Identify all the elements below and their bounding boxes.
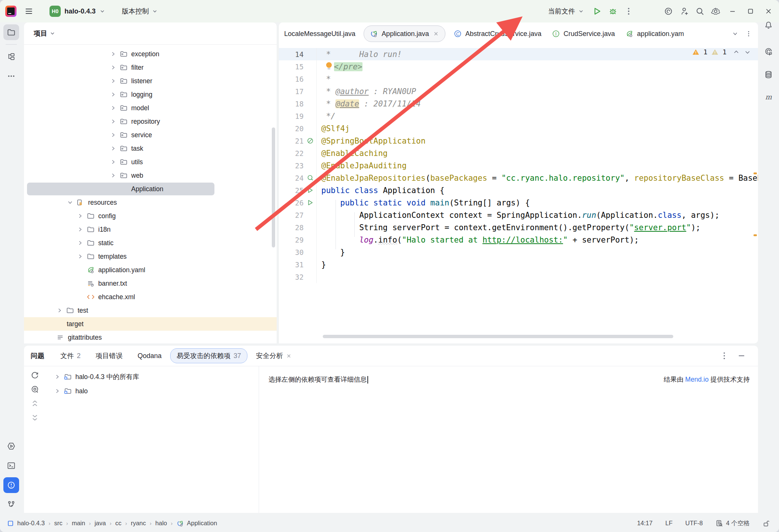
chevron-right-icon[interactable] — [77, 253, 84, 260]
project-tool-button[interactable] — [3, 24, 19, 40]
breadcrumb-halo[interactable]: halo — [155, 520, 167, 527]
encoding[interactable]: UTF-8 — [685, 520, 703, 527]
code-with-me-button[interactable] — [677, 4, 691, 18]
tree-item-utils[interactable]: utils — [24, 155, 277, 169]
code-line-16[interactable]: 16 * — [279, 73, 758, 85]
code-line-29[interactable]: 29 log.info("Halo started at http://loca… — [279, 234, 758, 246]
tree-item-exception[interactable]: exception — [24, 47, 277, 61]
code-line-25[interactable]: 25public class Application { — [279, 184, 758, 196]
collapse-all-icon[interactable] — [30, 413, 39, 422]
more-tools-button[interactable] — [3, 68, 19, 84]
chevron-right-icon[interactable] — [77, 240, 84, 246]
tree-item-task[interactable]: task — [24, 142, 277, 155]
ai-assistant-button[interactable] — [661, 4, 676, 18]
minimize-button[interactable] — [724, 4, 741, 19]
tree-item-repository[interactable]: repository — [24, 115, 277, 128]
git-tool-button[interactable] — [3, 497, 19, 513]
database-tool-button[interactable] — [761, 67, 776, 82]
bottom-tab-project-errors[interactable]: 项目错误 — [89, 348, 129, 363]
tree-item-resources[interactable]: resources — [24, 196, 277, 209]
breadcrumb-cc[interactable]: cc — [115, 520, 121, 527]
chevron-right-icon[interactable] — [110, 118, 117, 125]
run-configuration-select[interactable]: 当前文件 — [548, 7, 584, 16]
search-everywhere-button[interactable] — [693, 4, 707, 18]
chevron-right-icon[interactable] — [110, 105, 117, 111]
tab-options-icon[interactable] — [745, 30, 752, 37]
refresh-icon[interactable] — [30, 370, 39, 379]
caret-position[interactable]: 14:17 — [637, 520, 652, 527]
prev-problem-icon[interactable] — [733, 48, 740, 56]
editor-tab-application-yaml[interactable]: application.yam — [620, 22, 689, 45]
warning-stripe-mark[interactable] — [754, 172, 757, 174]
ai-assistant-tool-button[interactable] — [761, 44, 776, 60]
mend-link[interactable]: Mend.io — [685, 376, 709, 383]
tree-item-web[interactable]: web — [24, 169, 277, 182]
code-line-31[interactable]: 31} — [279, 258, 758, 271]
bottom-tab-vulnerable-dependencies[interactable]: 易受攻击的依赖项37 — [170, 348, 247, 363]
tree-item-listener[interactable]: listener — [24, 74, 277, 88]
line-ending[interactable]: LF — [665, 520, 673, 527]
debug-button[interactable] — [606, 4, 620, 18]
chevron-right-icon[interactable] — [56, 307, 63, 314]
preview-eye-icon[interactable] — [30, 385, 39, 394]
editor-tab-crudservice-java[interactable]: ICrudService.java — [547, 22, 620, 45]
code-line-23[interactable]: 23@EnableJpaAuditing — [279, 159, 758, 172]
run-button[interactable] — [590, 4, 604, 18]
breadcrumb-src[interactable]: src — [54, 520, 62, 527]
tree-item-target[interactable]: target — [24, 317, 277, 331]
inspections-widget[interactable]: 1 1 — [692, 48, 751, 56]
breadcrumb-ryanc[interactable]: ryanc — [131, 520, 146, 527]
indent-setting[interactable]: 4 个空格 — [716, 519, 750, 528]
tree-item-filter[interactable]: filter — [24, 61, 277, 74]
code-line-30[interactable]: 30 } — [279, 246, 758, 258]
chevron-right-icon[interactable] — [54, 373, 61, 380]
hide-panel-icon[interactable] — [737, 351, 746, 360]
chevron-right-icon[interactable] — [110, 91, 117, 98]
tree-item-logging[interactable]: logging — [24, 88, 277, 101]
editor-tab-application-java[interactable]: Application.java — [364, 25, 445, 42]
chevron-right-icon[interactable] — [110, 132, 117, 138]
code-line-14[interactable]: 14 * Halo run! — [279, 48, 758, 60]
gutter-run-icon[interactable] — [304, 196, 316, 209]
chevron-right-icon[interactable] — [110, 51, 117, 57]
kebab-menu-icon[interactable] — [720, 351, 729, 360]
tree-item-config[interactable]: config — [24, 209, 277, 223]
unlock-icon[interactable] — [763, 520, 770, 527]
breadcrumb-halo-0-4-3[interactable]: halo-0.4.3 — [7, 520, 45, 527]
editor-tab-abstractcrudservice-java[interactable]: CAbstractCrudService.java — [448, 22, 547, 45]
code-line-15[interactable]: 15 </pre> — [279, 60, 758, 73]
tree-item-static[interactable]: static — [24, 236, 277, 250]
code-line-26[interactable]: 26 public static void main(String[] args… — [279, 196, 758, 209]
main-menu-button[interactable] — [22, 4, 36, 18]
notifications-button[interactable] — [761, 17, 776, 33]
code-editor[interactable]: 14 * Halo run!15 </pre>16 *17 * @author … — [279, 45, 758, 343]
chevron-right-icon[interactable] — [77, 226, 84, 233]
problems-tool-button[interactable] — [3, 477, 19, 493]
maven-tool-button[interactable]: m — [761, 90, 776, 105]
tree-item-ehcache-xml[interactable]: ehcache.xml — [24, 290, 277, 304]
breadcrumb-java[interactable]: java — [94, 520, 106, 527]
expand-all-icon[interactable] — [30, 399, 39, 408]
code-line-22[interactable]: 22@EnableCaching — [279, 147, 758, 159]
tree-item-i18n[interactable]: i18n — [24, 223, 277, 236]
structure-tool-button[interactable] — [3, 49, 19, 64]
code-line-18[interactable]: 18 * @date : 2017/11/14 — [279, 97, 758, 110]
gutter-run-icon[interactable] — [304, 184, 316, 196]
tree-item-model[interactable]: model — [24, 101, 277, 115]
close-button[interactable] — [760, 4, 777, 19]
tree-item-service[interactable]: service — [24, 128, 277, 142]
tree-item-templates[interactable]: templates — [24, 250, 277, 263]
code-line-28[interactable]: 28 String serverPort = context.getEnviro… — [279, 221, 758, 234]
dependency-item-0[interactable]: halo-0.4.3 中的所有库 — [46, 370, 259, 384]
code-line-17[interactable]: 17 * @author : RYAN0UP — [279, 85, 758, 97]
code-line-24[interactable]: 24@EnableJpaRepositories(basePackages = … — [279, 172, 758, 184]
problems-panel-title[interactable]: 问题 — [31, 351, 44, 360]
terminal-tool-button[interactable] — [3, 458, 19, 474]
tab-list-chevron-icon[interactable] — [732, 30, 739, 37]
chevron-right-icon[interactable] — [110, 172, 117, 179]
code-line-32[interactable]: 32 — [279, 271, 758, 283]
project-tree-scrollbar[interactable] — [272, 127, 275, 247]
settings-button[interactable] — [709, 4, 723, 18]
code-line-27[interactable]: 27 ApplicationContext context = SpringAp… — [279, 209, 758, 221]
tree-item-application[interactable]: Application — [24, 182, 277, 196]
